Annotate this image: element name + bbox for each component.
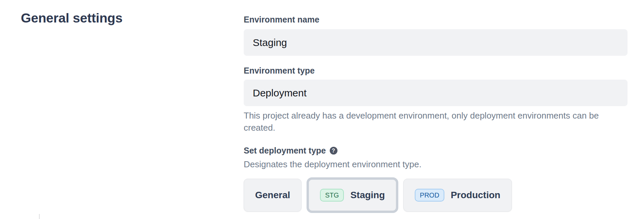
deployment-type-label-row: Set deployment type ?: [244, 146, 337, 156]
page-title: General settings: [21, 11, 122, 26]
production-badge: PROD: [415, 189, 444, 202]
deployment-type-label: Set deployment type: [244, 146, 326, 156]
environment-type-help-text: This project already has a development e…: [244, 110, 630, 134]
environment-type-label: Environment type: [244, 66, 315, 76]
deployment-type-option-staging-label: Staging: [350, 190, 385, 201]
question-mark-icon[interactable]: ?: [330, 147, 337, 155]
page-edge-divider: [39, 214, 40, 219]
environment-type-input[interactable]: [244, 80, 628, 106]
environment-name-label: Environment name: [244, 15, 319, 25]
deployment-type-option-production[interactable]: PROD Production: [403, 179, 512, 212]
deployment-type-option-general[interactable]: General: [244, 179, 301, 212]
environment-name-input[interactable]: [244, 29, 628, 56]
deployment-type-option-production-label: Production: [451, 190, 500, 201]
deployment-type-options: General STG Staging PROD Production: [244, 177, 512, 213]
deployment-type-option-general-label: General: [255, 190, 290, 201]
deployment-type-option-staging[interactable]: STG Staging: [307, 177, 398, 213]
staging-badge: STG: [320, 189, 344, 202]
deployment-type-description: Designates the deployment environment ty…: [244, 159, 421, 170]
